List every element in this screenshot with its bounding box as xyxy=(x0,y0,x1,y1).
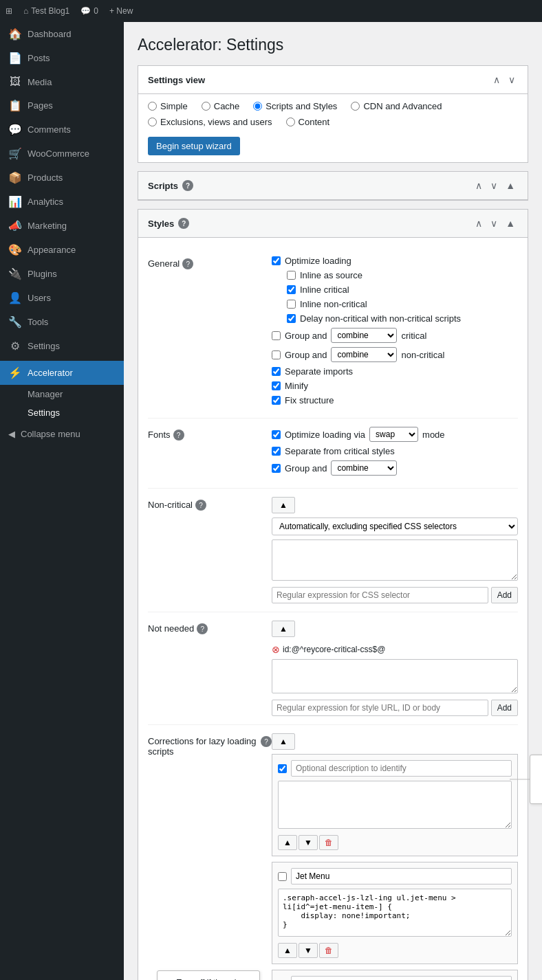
sidebar-item-settings[interactable]: ⚙ Settings xyxy=(0,334,124,358)
inline-as-source-checkbox[interactable] xyxy=(287,271,296,280)
styles-up-btn[interactable]: ∧ xyxy=(473,216,485,230)
correction-2-desc[interactable] xyxy=(291,976,512,980)
radio-scripts-styles[interactable]: Scripts and Styles xyxy=(253,101,337,111)
sidebar-item-posts[interactable]: 📄 Posts xyxy=(0,46,124,70)
sidebar-item-accelerator[interactable]: ⚡ Accelerator xyxy=(0,361,124,385)
not-needed-textarea[interactable] xyxy=(272,659,518,693)
fonts-group-checkbox[interactable] xyxy=(272,464,281,473)
optimize-loading-checkbox[interactable] xyxy=(272,256,281,265)
group-non-critical-select[interactable]: combine concatenate xyxy=(331,347,397,362)
inline-critical-checkbox[interactable] xyxy=(287,285,296,294)
delay-non-critical-label[interactable]: Delay non-critical with non-critical scr… xyxy=(300,313,461,324)
radio-exclusions-input[interactable] xyxy=(148,118,157,126)
sidebar-item-analytics[interactable]: 📊 Analytics xyxy=(0,190,124,214)
not-needed-regex-input[interactable] xyxy=(272,700,488,716)
sidebar-item-plugins[interactable]: 🔌 Plugins xyxy=(0,262,124,286)
wp-logo[interactable]: ⊞ xyxy=(6,6,12,16)
radio-cdn-advanced[interactable]: CDN and Advanced xyxy=(351,101,442,111)
inline-non-critical-label[interactable]: Inline non-critical xyxy=(300,299,367,309)
corrections-upload-btn[interactable]: ▲ xyxy=(272,733,295,750)
sidebar-submenu-settings[interactable]: Settings xyxy=(0,403,124,422)
non-critical-dropdown[interactable]: Automatically, excluding specified CSS s… xyxy=(272,517,518,535)
group-non-critical-checkbox[interactable] xyxy=(272,350,281,359)
correction-1-code[interactable]: .seraph-accel-js-lzl-ing ul.jet-menu > l… xyxy=(278,889,512,937)
radio-simple-input[interactable] xyxy=(148,102,157,111)
fonts-optimize-label[interactable]: Optimize loading via xyxy=(285,430,365,440)
fonts-mode-select[interactable]: swap block fallback xyxy=(369,427,418,442)
scripts-collapse-btn[interactable]: ▲ xyxy=(503,179,518,192)
optimize-loading-label[interactable]: Optimize loading xyxy=(285,256,351,266)
sidebar-item-media[interactable]: 🖼 Media xyxy=(0,70,124,93)
non-critical-add-btn[interactable]: Add xyxy=(491,587,518,603)
not-needed-add-btn[interactable]: Add xyxy=(491,700,518,716)
non-critical-upload-btn[interactable]: ▲ xyxy=(272,497,295,513)
fonts-separate-checkbox[interactable] xyxy=(272,447,281,456)
non-critical-help-icon[interactable]: ? xyxy=(195,500,206,511)
delay-non-critical-checkbox[interactable] xyxy=(287,314,296,323)
group-non-critical-label[interactable]: Group and xyxy=(285,350,327,360)
sidebar-item-users[interactable]: 👤 Users xyxy=(0,286,124,310)
fix-structure-checkbox[interactable] xyxy=(272,396,281,405)
radio-cache-input[interactable] xyxy=(202,102,210,111)
fonts-group-label[interactable]: Group and xyxy=(285,463,327,474)
correction-0-code[interactable] xyxy=(278,781,512,829)
sidebar-item-woocommerce[interactable]: 🛒 WooCommerce xyxy=(0,142,124,166)
correction-0-up-btn[interactable]: ▲ xyxy=(278,835,297,850)
sidebar-item-marketing[interactable]: 📣 Marketing xyxy=(0,214,124,238)
non-critical-textarea[interactable] xyxy=(272,539,518,581)
sidebar-item-comments[interactable]: 💬 Comments xyxy=(0,118,124,142)
radio-scripts-styles-input[interactable] xyxy=(253,102,262,111)
group-critical-select[interactable]: combine concatenate xyxy=(331,328,397,343)
radio-simple[interactable]: Simple xyxy=(148,101,188,111)
admin-bar-comments[interactable]: 💬 0 xyxy=(80,6,98,16)
scripts-down-btn[interactable]: ∨ xyxy=(488,179,500,192)
radio-content-input[interactable] xyxy=(286,118,295,126)
correction-1-delete-btn[interactable]: 🗑 xyxy=(319,943,338,958)
corrections-help-icon[interactable]: ? xyxy=(261,736,272,747)
radio-cache[interactable]: Cache xyxy=(202,101,240,111)
minify-checkbox[interactable] xyxy=(272,381,281,390)
not-needed-upload-btn[interactable]: ▲ xyxy=(272,621,295,637)
sidebar-item-pages[interactable]: 📋 Pages xyxy=(0,93,124,118)
fix-structure-label[interactable]: Fix structure xyxy=(285,395,334,405)
scripts-help-icon[interactable]: ? xyxy=(182,180,193,191)
inline-non-critical-checkbox[interactable] xyxy=(287,300,296,309)
collapse-menu[interactable]: ◀ Collapse menu xyxy=(0,422,124,446)
correction-0-desc[interactable] xyxy=(291,760,512,777)
correction-1-enabled[interactable] xyxy=(278,872,287,881)
sidebar-submenu-manager[interactable]: Manager xyxy=(0,385,124,403)
not-needed-help-icon[interactable]: ? xyxy=(197,623,208,634)
separate-imports-checkbox[interactable] xyxy=(272,367,281,376)
correction-1-down-btn[interactable]: ▼ xyxy=(299,943,318,958)
admin-bar-new[interactable]: + New xyxy=(109,6,133,16)
sidebar-item-dashboard[interactable]: 🏠 Dashboard xyxy=(0,22,124,46)
tag-remove-icon[interactable]: ⊗ xyxy=(272,644,280,655)
minify-label[interactable]: Minify xyxy=(285,381,308,391)
group-critical-checkbox[interactable] xyxy=(272,331,281,340)
correction-1-up-btn[interactable]: ▲ xyxy=(278,943,297,958)
fonts-separate-label[interactable]: Separate from critical styles xyxy=(285,446,395,456)
sidebar-item-products[interactable]: 📦 Products xyxy=(0,166,124,190)
correction-0-delete-btn[interactable]: 🗑 xyxy=(319,835,338,850)
admin-bar-site[interactable]: ⌂ Test Blog1 xyxy=(23,6,69,16)
wizard-button[interactable]: Begin setup wizard xyxy=(148,137,240,155)
settings-view-collapse-btn[interactable]: ∧ xyxy=(490,73,503,87)
radio-content[interactable]: Content xyxy=(286,117,330,127)
fonts-help-icon[interactable]: ? xyxy=(173,430,184,441)
inline-as-source-label[interactable]: Inline as source xyxy=(300,270,362,280)
group-critical-label[interactable]: Group and xyxy=(285,331,327,341)
fonts-combine-select[interactable]: combine concatenate xyxy=(331,460,397,476)
inline-critical-label[interactable]: Inline critical xyxy=(300,285,349,295)
non-critical-regex-input[interactable] xyxy=(272,587,488,603)
radio-cdn-advanced-input[interactable] xyxy=(351,102,360,111)
general-help-icon[interactable]: ? xyxy=(182,258,193,269)
styles-down-btn[interactable]: ∨ xyxy=(488,216,500,230)
radio-exclusions[interactable]: Exclusions, views and users xyxy=(148,117,272,127)
scripts-up-btn[interactable]: ∧ xyxy=(473,179,485,192)
styles-expand-btn[interactable]: ▲ xyxy=(503,216,518,230)
styles-help-icon[interactable]: ? xyxy=(178,218,189,229)
fonts-optimize-checkbox[interactable] xyxy=(272,430,281,439)
settings-view-expand-btn[interactable]: ∨ xyxy=(506,73,518,87)
sidebar-item-appearance[interactable]: 🎨 Appearance xyxy=(0,238,124,262)
correction-0-enabled[interactable] xyxy=(278,764,287,773)
